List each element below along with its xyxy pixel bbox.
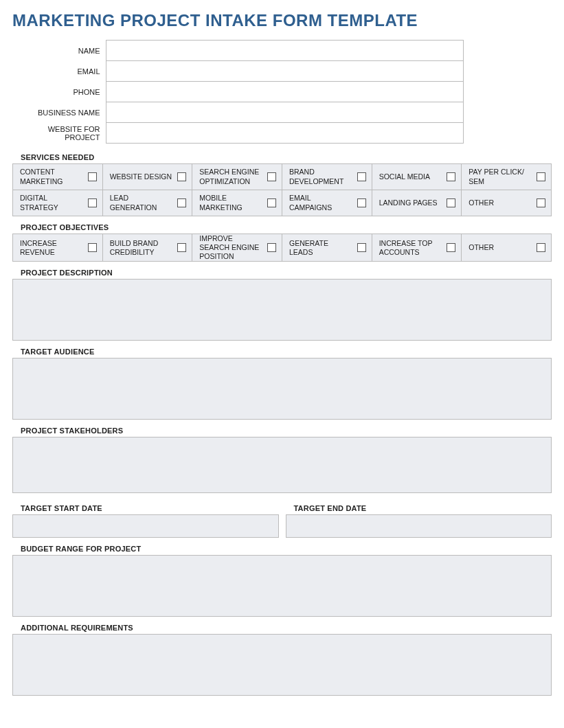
- spacer: [463, 123, 552, 144]
- objectives-grid: INCREASE REVENUE BUILD BRAND CREDIBILITY…: [12, 234, 552, 262]
- checkbox[interactable]: [357, 243, 366, 252]
- objective-cell: INCREASE TOP ACCOUNTS: [372, 234, 462, 262]
- date-row: TARGET START DATE TARGET END DATE: [12, 500, 552, 538]
- input-name[interactable]: [106, 41, 463, 61]
- services-heading: SERVICES NEEDED: [21, 153, 552, 161]
- service-label: LANDING PAGES: [379, 198, 438, 207]
- service-cell: SOCIAL MEDIA: [372, 164, 462, 190]
- objective-label: BUILD BRAND CREDIBILITY: [110, 239, 174, 257]
- checkbox[interactable]: [447, 243, 455, 252]
- service-label: DIGITAL STRATEGY: [20, 194, 84, 212]
- service-label: LEAD GENERATION: [110, 194, 174, 212]
- objective-label: INCREASE REVENUE: [20, 239, 84, 257]
- objective-cell: OTHER: [462, 234, 552, 262]
- service-cell: LEAD GENERATION: [102, 190, 192, 216]
- objective-label: GENERATE LEADS: [289, 239, 353, 257]
- service-label: CONTENT MARKETING: [20, 168, 84, 185]
- input-email[interactable]: [106, 61, 463, 82]
- checkbox[interactable]: [537, 172, 545, 181]
- checkbox[interactable]: [357, 198, 366, 207]
- description-input[interactable]: [12, 279, 552, 341]
- stakeholders-heading: PROJECT STAKEHOLDERS: [21, 426, 552, 435]
- start-date-input[interactable]: [12, 514, 279, 538]
- service-cell: PAY PER CLICK/ SEM: [462, 164, 552, 190]
- label-website: WEBSITE FOR PROJECT: [12, 123, 106, 144]
- service-cell: LANDING PAGES: [372, 190, 462, 216]
- service-label: OTHER: [469, 198, 494, 207]
- spacer: [463, 102, 552, 123]
- service-label: WEBSITE DESIGN: [110, 172, 172, 181]
- input-website[interactable]: [106, 123, 463, 144]
- service-cell: EMAIL CAMPAIGNS: [282, 190, 372, 216]
- checkbox[interactable]: [357, 172, 366, 181]
- objective-cell: INCREASE REVENUE: [13, 234, 103, 262]
- objective-label: IMPROVE SEARCH ENGINE POSITION: [199, 234, 263, 261]
- service-label: BRAND DEVELOPMENT: [289, 168, 353, 185]
- checkbox[interactable]: [88, 243, 97, 252]
- service-cell: SEARCH ENGINE OPTIMIZATION: [192, 164, 282, 190]
- checkbox[interactable]: [267, 172, 276, 181]
- checkbox[interactable]: [177, 172, 186, 181]
- checkbox[interactable]: [88, 172, 97, 181]
- objective-cell: GENERATE LEADS: [282, 234, 372, 262]
- label-email: EMAIL: [12, 61, 106, 82]
- checkbox[interactable]: [537, 243, 545, 252]
- checkbox[interactable]: [447, 198, 455, 207]
- page-title: MARKETING PROJECT INTAKE FORM TEMPLATE: [12, 11, 552, 30]
- budget-heading: BUDGET RANGE FOR PROJECT: [21, 545, 552, 553]
- service-cell: DIGITAL STRATEGY: [13, 190, 103, 216]
- checkbox[interactable]: [447, 172, 455, 181]
- checkbox[interactable]: [88, 198, 97, 207]
- service-label: EMAIL CAMPAIGNS: [289, 194, 353, 212]
- spacer: [463, 61, 552, 82]
- spacer: [463, 41, 552, 61]
- checkbox[interactable]: [267, 198, 276, 207]
- start-date-heading: TARGET START DATE: [21, 504, 279, 512]
- additional-heading: ADDITIONAL REQUIREMENTS: [21, 624, 552, 632]
- stakeholders-input[interactable]: [12, 437, 552, 493]
- objective-cell: IMPROVE SEARCH ENGINE POSITION: [192, 234, 282, 262]
- service-cell: OTHER: [462, 190, 552, 216]
- label-business-name: BUSINESS NAME: [12, 102, 106, 123]
- service-cell: WEBSITE DESIGN: [102, 164, 192, 190]
- service-label: MOBILE MARKETING: [199, 194, 263, 212]
- additional-input[interactable]: [12, 634, 552, 696]
- objective-label: OTHER: [469, 243, 494, 252]
- services-grid: CONTENT MARKETING WEBSITE DESIGN SEARCH …: [12, 163, 552, 216]
- service-cell: BRAND DEVELOPMENT: [282, 164, 372, 190]
- label-phone: PHONE: [12, 82, 106, 102]
- end-date-heading: TARGET END DATE: [294, 504, 552, 512]
- end-date-input[interactable]: [286, 514, 552, 538]
- checkbox[interactable]: [177, 198, 186, 207]
- service-cell: CONTENT MARKETING: [13, 164, 103, 190]
- objectives-heading: PROJECT OBJECTIVES: [21, 223, 552, 231]
- info-table: NAME EMAIL PHONE BUSINESS NAME WEBSITE F…: [12, 40, 552, 144]
- checkbox[interactable]: [177, 243, 186, 252]
- description-heading: PROJECT DESCRIPTION: [21, 269, 552, 277]
- checkbox[interactable]: [267, 243, 276, 252]
- objective-cell: BUILD BRAND CREDIBILITY: [102, 234, 192, 262]
- input-business-name[interactable]: [106, 102, 463, 123]
- service-label: SOCIAL MEDIA: [379, 172, 430, 181]
- checkbox[interactable]: [537, 198, 545, 207]
- budget-input[interactable]: [12, 555, 552, 617]
- objective-label: INCREASE TOP ACCOUNTS: [379, 239, 443, 257]
- spacer: [463, 82, 552, 102]
- label-name: NAME: [12, 41, 106, 61]
- audience-heading: TARGET AUDIENCE: [21, 348, 552, 356]
- input-phone[interactable]: [106, 82, 463, 102]
- service-cell: MOBILE MARKETING: [192, 190, 282, 216]
- service-label: PAY PER CLICK/ SEM: [469, 168, 532, 185]
- service-label: SEARCH ENGINE OPTIMIZATION: [199, 168, 263, 185]
- audience-input[interactable]: [12, 358, 552, 420]
